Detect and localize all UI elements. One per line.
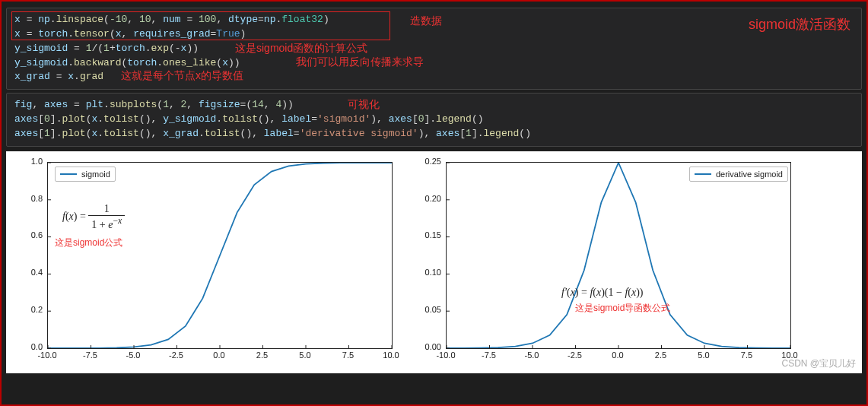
legend-derivative: derivative sigmoid: [689, 167, 788, 182]
derivative-formula: f′(x) = f(x)(1 − f(x)): [561, 287, 644, 299]
code-cell-1[interactable]: sigmoid激活函数 造数据 x = np.linspace(--1010, …: [6, 8, 862, 90]
code-line-7: axes[0].plot(x.tolist(), y_sigmoid.tolis…: [14, 113, 854, 127]
plot-output: sigmoid f(x) = 11 + e−x 这是sigmoid公式 -10.…: [6, 151, 862, 373]
legend-swatch: [60, 173, 77, 175]
chart-sigmoid: sigmoid f(x) = 11 + e−x 这是sigmoid公式 -10.…: [12, 156, 400, 367]
title-annotation: sigmoid激活函数: [749, 14, 851, 34]
legend-sigmoid: sigmoid: [55, 167, 116, 182]
code-line-2: x = torch.tensor(x, requires_grad=True): [14, 27, 854, 42]
legend-swatch: [695, 173, 711, 175]
legend-label: derivative sigmoid: [716, 170, 783, 179]
code-line-8: axes[1].plot(x.tolist(), x_grad.tolist()…: [14, 127, 854, 141]
legend-label: sigmoid: [81, 170, 110, 179]
code-line-6: fig, axes = plt.subplots(1, 2, figsize=(…: [14, 98, 854, 113]
chart-derivative: derivative sigmoid f′(x) = f(x)(1 − f(x)…: [411, 156, 799, 367]
sigmoid-formula: f(x) = 11 + e−x: [62, 203, 125, 231]
derivative-formula-annotation: 这是sigmoid导函数公式: [575, 302, 670, 315]
code-cell-2[interactable]: fig, axes = plt.subplots(1, 2, figsize=(…: [6, 93, 862, 147]
code-line-4: y_sigmoid.backward(torch.ones_like(x)): [14, 56, 854, 71]
code-line-1: x = np.linspace(--1010, 10, num = 100, d…: [14, 13, 854, 27]
code-line-3: y_sigmoid = 1/(1+torch.exp(-x)): [14, 42, 854, 56]
code-line-5: x_grad = x.grad: [14, 70, 854, 84]
watermark: CSDN @宝贝儿好: [781, 357, 856, 370]
sigmoid-formula-annotation: 这是sigmoid公式: [55, 236, 122, 249]
